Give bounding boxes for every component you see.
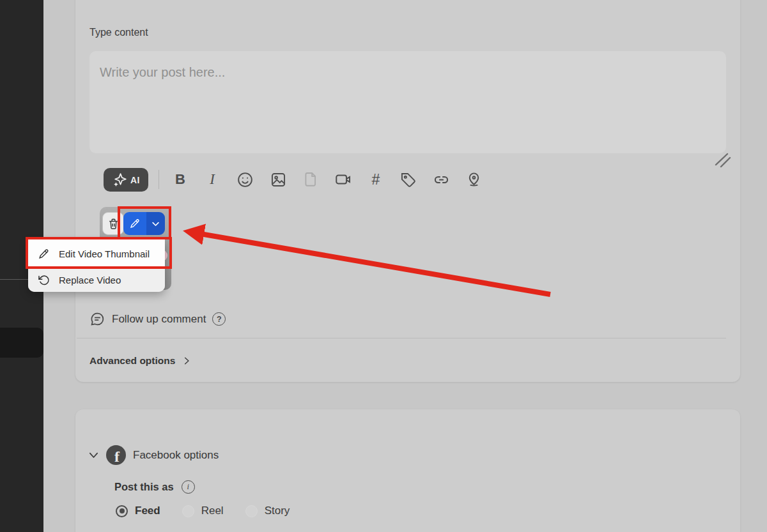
post-text-input[interactable] bbox=[89, 51, 726, 153]
edit-video-button[interactable] bbox=[123, 212, 146, 235]
chevron-right-icon bbox=[182, 356, 191, 365]
link-icon bbox=[433, 171, 450, 188]
follow-up-comment-row[interactable]: Follow up comment ? bbox=[89, 311, 226, 327]
trash-icon bbox=[107, 218, 120, 230]
emoji-button[interactable] bbox=[234, 169, 256, 190]
video-icon bbox=[334, 171, 352, 188]
type-content-label: Type content bbox=[89, 27, 148, 38]
resize-grip-icon[interactable] bbox=[712, 151, 734, 170]
menu-item-label: Replace Video bbox=[59, 275, 121, 285]
link-button[interactable] bbox=[430, 169, 452, 190]
ai-button-label: AI bbox=[130, 175, 140, 185]
facebook-options-title: Facebook options bbox=[133, 449, 219, 462]
post-type-radio-group: Feed Reel Story bbox=[116, 505, 290, 517]
hashtag-button[interactable]: # bbox=[365, 169, 387, 190]
post-this-as-label: Post this as bbox=[114, 481, 174, 493]
info-icon[interactable]: i bbox=[182, 480, 195, 494]
menu-item-label: Edit Video Thumbnail bbox=[59, 248, 150, 259]
chevron-down-icon bbox=[88, 450, 99, 460]
rotate-ccw-icon bbox=[38, 274, 50, 286]
file-button[interactable] bbox=[300, 169, 322, 190]
emoji-icon bbox=[236, 171, 254, 188]
sidebar-active-item[interactable] bbox=[0, 328, 43, 358]
chevron-down-icon bbox=[151, 219, 160, 229]
edit-video-split-button[interactable] bbox=[123, 212, 165, 235]
menu-item-edit-thumbnail[interactable]: Edit Video Thumbnail bbox=[28, 239, 165, 268]
radio-story[interactable] bbox=[245, 505, 258, 517]
video-button[interactable] bbox=[332, 169, 354, 190]
pencil-icon bbox=[129, 218, 141, 229]
radio-reel-label: Reel bbox=[201, 505, 224, 517]
follow-up-comment-label: Follow up comment bbox=[112, 313, 206, 326]
file-icon bbox=[302, 171, 319, 188]
delete-video-button[interactable] bbox=[102, 212, 124, 235]
video-actions-menu: Edit Video Thumbnail Replace Video bbox=[28, 239, 165, 292]
radio-reel[interactable] bbox=[182, 505, 194, 517]
facebook-options-header[interactable]: f Facebook options bbox=[88, 445, 219, 465]
tag-button[interactable] bbox=[397, 169, 419, 190]
sparkles-icon bbox=[112, 172, 128, 188]
radio-story-label: Story bbox=[265, 505, 290, 517]
ai-assistant-button[interactable]: AI bbox=[104, 168, 148, 192]
menu-item-replace-video[interactable]: Replace Video bbox=[28, 268, 165, 292]
location-icon bbox=[465, 171, 483, 188]
edit-video-caret-button[interactable] bbox=[146, 212, 165, 235]
toolbar-separator bbox=[159, 170, 159, 189]
advanced-options-label: Advanced options bbox=[89, 355, 175, 367]
radio-feed-label: Feed bbox=[135, 505, 160, 517]
location-button[interactable] bbox=[463, 169, 484, 190]
advanced-options-toggle[interactable]: Advanced options bbox=[89, 355, 191, 367]
italic-button[interactable]: I bbox=[201, 169, 223, 190]
pencil-icon bbox=[38, 248, 50, 260]
image-icon bbox=[270, 171, 287, 188]
bold-button[interactable]: B bbox=[169, 169, 191, 190]
radio-feed[interactable] bbox=[116, 505, 128, 517]
facebook-logo-icon: f bbox=[106, 445, 126, 465]
image-button[interactable] bbox=[267, 169, 289, 190]
tag-icon bbox=[399, 171, 417, 188]
comment-icon bbox=[89, 311, 105, 327]
post-this-as-row: Post this as i bbox=[114, 480, 195, 494]
section-divider bbox=[77, 338, 726, 338]
help-icon[interactable]: ? bbox=[212, 312, 226, 326]
